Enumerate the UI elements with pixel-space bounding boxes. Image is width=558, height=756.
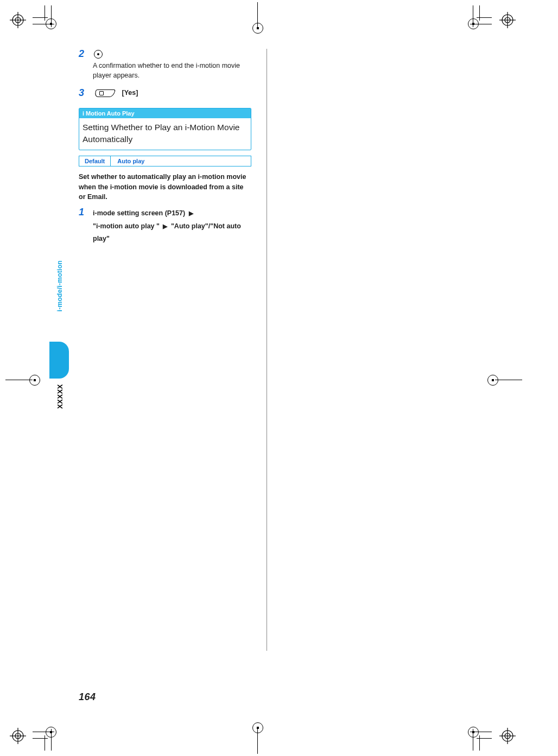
cropmark-mid-top [246, 2, 268, 29]
section-lede: Set whether to automatically play an i-m… [79, 172, 251, 201]
cropmark-top-right [459, 5, 492, 38]
soft-key-icon [94, 89, 116, 97]
default-value: Auto play [111, 156, 151, 166]
section-header-box: i Motion Auto Play Setting Whether to Pl… [79, 108, 251, 151]
procedure-step-1: 1 i-mode setting screen (P157) ▶ "i-moti… [79, 207, 251, 246]
cropmark-mid-left [5, 369, 38, 390]
cropmark-bottom-right [459, 718, 492, 751]
step-number: 1 [79, 207, 86, 246]
step-number: 2 [79, 49, 86, 80]
side-tab-label: i-mode/i-motion [56, 260, 64, 312]
side-placeholder-label: XXXXX [56, 384, 64, 409]
default-setting-row: Default Auto play [79, 156, 251, 166]
registration-mark-top-right [499, 12, 516, 28]
step-number: 3 [79, 88, 86, 98]
left-column: 2 A confirmation whether to end the i-mo… [79, 49, 251, 705]
proc-part-2: "i-motion auto play " [93, 222, 160, 230]
step-2-desc: A confirmation whether to end the i-moti… [93, 61, 251, 80]
default-label: Default [79, 156, 111, 166]
section-tag: i Motion Auto Play [79, 108, 251, 118]
cropmark-mid-right [490, 369, 522, 390]
side-tab-pill [49, 342, 69, 379]
section-title: Setting Whether to Play an i-Motion Movi… [79, 118, 251, 150]
proc-part-1: i-mode setting screen (P157) [93, 209, 185, 217]
registration-mark-top-left [10, 12, 26, 28]
triangle-right-icon: ▶ [189, 210, 193, 216]
step-3-label: [Yes] [122, 89, 138, 97]
registration-mark-bottom-left [10, 728, 26, 744]
column-divider [267, 49, 267, 651]
registration-mark-bottom-right [499, 728, 516, 744]
step-3: 3 [Yes] [79, 88, 251, 98]
triangle-right-icon: ▶ [163, 223, 167, 229]
page-number: 164 [79, 691, 96, 703]
center-key-icon [94, 50, 103, 59]
right-column [282, 49, 455, 705]
cropmark-top-left [33, 5, 65, 38]
cropmark-bottom-left [33, 718, 65, 751]
page-content: i-mode/i-motion XXXXX 2 A confirmation w… [79, 49, 491, 705]
cropmark-mid-bottom [246, 727, 268, 754]
step-2: 2 A confirmation whether to end the i-mo… [79, 49, 251, 80]
